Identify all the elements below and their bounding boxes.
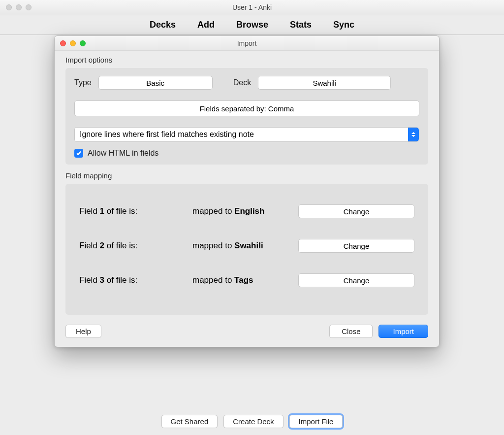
deck-label: Deck: [233, 78, 251, 87]
dialog-body: Import options Type Basic Deck Swahili F…: [55, 51, 439, 347]
mapping-row-3: Field 3 of file is: mapped to Tags Chang…: [79, 273, 414, 287]
allow-html-row: Allow HTML in fields: [74, 149, 419, 158]
dialog-zoom-icon[interactable]: [80, 40, 86, 46]
type-label: Type: [74, 78, 92, 87]
toolbar-sync[interactable]: Sync: [333, 20, 354, 30]
footer-right-group: Close Import: [329, 325, 428, 338]
main-titlebar: User 1 - Anki: [0, 0, 504, 15]
toolbar-stats[interactable]: Stats: [290, 20, 312, 30]
get-shared-button[interactable]: Get Shared: [161, 415, 218, 428]
change-mapping-button-3[interactable]: Change: [298, 273, 414, 287]
main-window: User 1 - Anki Decks Add Browse Stats Syn…: [0, 0, 504, 35]
field-mapping-label: Field mapping: [65, 171, 428, 180]
main-footer-buttons: Get Shared Create Deck Import File: [0, 415, 504, 428]
mapping-field-label: Field 2 of file is:: [79, 241, 192, 251]
change-mapping-button-1[interactable]: Change: [298, 204, 414, 218]
mapping-target-label: mapped to Swahili: [192, 241, 298, 251]
help-button[interactable]: Help: [65, 325, 101, 338]
type-deck-row: Type Basic Deck Swahili: [74, 76, 419, 90]
dialog-title: Import: [237, 39, 257, 47]
zoom-window-icon[interactable]: [26, 4, 32, 10]
mapping-field-label: Field 1 of file is:: [79, 206, 192, 216]
allow-html-checkbox[interactable]: [74, 149, 83, 158]
main-title: User 1 - Anki: [232, 3, 272, 11]
create-deck-button[interactable]: Create Deck: [223, 415, 283, 428]
import-button[interactable]: Import: [378, 325, 428, 338]
dialog-close-icon[interactable]: [60, 40, 66, 46]
dialog-footer: Help Close Import: [65, 325, 428, 338]
import-dialog: Import Import options Type Basic Deck Sw…: [54, 35, 440, 347]
mapping-row-2: Field 2 of file is: mapped to Swahili Ch…: [79, 239, 414, 253]
import-file-button[interactable]: Import File: [289, 415, 343, 428]
dialog-traffic-lights: [60, 40, 86, 46]
traffic-lights: [6, 4, 32, 10]
mapping-row-1: Field 1 of file is: mapped to English Ch…: [79, 204, 414, 218]
mapping-target-label: mapped to English: [192, 206, 298, 216]
minimize-window-icon[interactable]: [16, 4, 22, 10]
field-separator-button[interactable]: Fields separated by: Comma: [74, 100, 419, 116]
change-mapping-button-2[interactable]: Change: [298, 239, 414, 253]
field-mapping-panel: Field 1 of file is: mapped to English Ch…: [65, 184, 428, 315]
close-button[interactable]: Close: [329, 325, 373, 338]
toolbar-browse[interactable]: Browse: [236, 20, 268, 30]
import-options-label: Import options: [65, 56, 428, 64]
duplicate-handling-dropdown[interactable]: Ignore lines where first field matches e…: [74, 127, 419, 142]
dialog-minimize-icon[interactable]: [70, 40, 76, 46]
mapping-field-label: Field 3 of file is:: [79, 275, 192, 285]
main-toolbar: Decks Add Browse Stats Sync: [0, 15, 504, 35]
allow-html-label: Allow HTML in fields: [88, 149, 158, 158]
import-options-panel: Type Basic Deck Swahili Fields separated…: [65, 68, 428, 165]
note-type-selector[interactable]: Basic: [98, 76, 213, 90]
duplicate-handling-value: Ignore lines where first field matches e…: [80, 130, 254, 139]
close-window-icon[interactable]: [6, 4, 12, 10]
toolbar-decks[interactable]: Decks: [150, 20, 176, 30]
checkmark-icon: [76, 150, 82, 156]
mapping-target-label: mapped to Tags: [192, 275, 298, 285]
deck-selector[interactable]: Swahili: [258, 76, 391, 90]
toolbar-add[interactable]: Add: [197, 20, 215, 30]
dialog-titlebar: Import: [55, 36, 439, 51]
dropdown-caret-icon: [408, 128, 419, 141]
